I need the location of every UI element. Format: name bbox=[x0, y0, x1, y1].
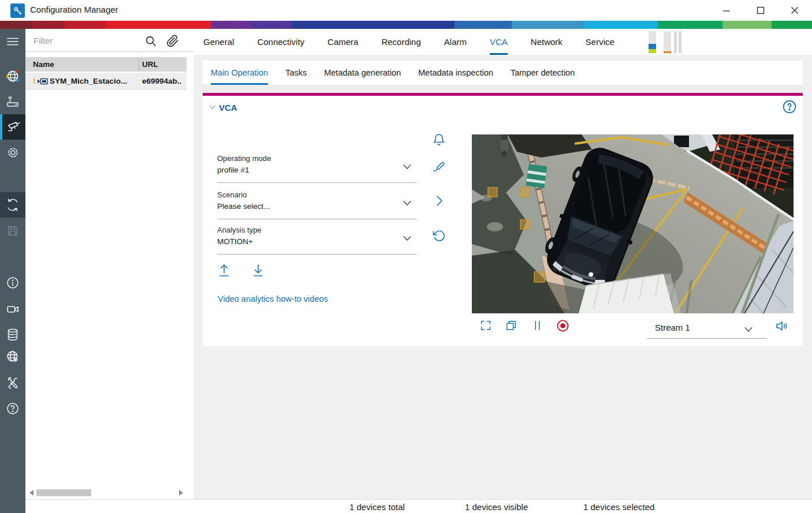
save-icon bbox=[0, 218, 25, 244]
info-icon[interactable] bbox=[0, 270, 25, 295]
load-meter-4 bbox=[679, 31, 681, 53]
app-tools-icon bbox=[10, 3, 25, 18]
window-title: Configuration Manager bbox=[30, 5, 118, 14]
column-name[interactable]: Name bbox=[33, 60, 54, 69]
gear-icon[interactable] bbox=[0, 140, 25, 165]
device-name: SYM_Mich_Estacio... bbox=[50, 77, 127, 85]
pencil-icon[interactable] bbox=[432, 159, 447, 174]
scrollbar-thumb[interactable] bbox=[36, 489, 91, 496]
subtab-metadata-generation[interactable]: Metadata generation bbox=[324, 61, 401, 85]
scroll-right-arrow[interactable] bbox=[179, 490, 183, 496]
vca-section-title: VCA bbox=[219, 103, 237, 113]
column-url[interactable]: URL bbox=[142, 60, 158, 69]
top-tab-bar: General Connectivity Camera Recording Al… bbox=[193, 29, 812, 55]
scenario-value: Please select... bbox=[217, 202, 270, 211]
analysis-type-label: Analysis type bbox=[217, 226, 262, 234]
volume-icon[interactable] bbox=[775, 319, 790, 334]
page-tabs: General Connectivity Camera Recording Al… bbox=[203, 29, 638, 55]
load-meter-1 bbox=[649, 31, 656, 53]
undo-icon[interactable] bbox=[432, 229, 447, 244]
record-icon[interactable] bbox=[556, 319, 570, 334]
status-devices-total: 1 devices total bbox=[349, 502, 405, 512]
search-icon[interactable] bbox=[143, 33, 158, 48]
operating-mode-dropdown[interactable]: Operating mode profile #1 bbox=[217, 153, 416, 183]
analysis-type-value: MOTION+ bbox=[217, 237, 253, 246]
load-meter-3 bbox=[674, 31, 677, 53]
bell-icon[interactable] bbox=[432, 133, 447, 148]
chevron-down-icon[interactable] bbox=[401, 233, 413, 246]
subtab-tasks[interactable]: Tasks bbox=[285, 61, 307, 85]
column-divider[interactable] bbox=[139, 57, 139, 72]
device-list-panel: Name URL ! SYM_Mich_Estacio... e69994ab.… bbox=[25, 29, 193, 499]
tools-icon[interactable] bbox=[0, 370, 25, 395]
scenario-dropdown[interactable]: Scenario Please select... bbox=[217, 189, 416, 219]
vca-panel: Main Operation Tasks Metadata generation… bbox=[203, 61, 803, 346]
operating-mode-label: Operating mode bbox=[217, 154, 271, 163]
tab-service[interactable]: Service bbox=[586, 29, 614, 55]
download-icon[interactable] bbox=[251, 263, 265, 278]
device-url: e69994ab.. bbox=[142, 77, 181, 85]
camera-live-view bbox=[472, 134, 794, 313]
analysis-type-dropdown[interactable]: Analysis type MOTION+ bbox=[217, 224, 416, 254]
subtab-tamper-detection[interactable]: Tamper detection bbox=[511, 61, 575, 85]
maximize-icon[interactable] bbox=[747, 0, 774, 21]
tab-connectivity[interactable]: Connectivity bbox=[257, 29, 304, 55]
duplicate-icon[interactable] bbox=[505, 319, 519, 334]
status-bar: 1 devices total 1 devices visible 1 devi… bbox=[25, 499, 812, 513]
stream-select[interactable]: Stream 1 bbox=[647, 319, 767, 339]
tab-network[interactable]: Network bbox=[531, 29, 563, 55]
subtab-divider bbox=[203, 85, 803, 93]
howto-videos-link[interactable]: Video analytics how-to videos bbox=[218, 294, 328, 304]
cctv-camera-icon[interactable] bbox=[0, 114, 25, 140]
scenario-label: Scenario bbox=[217, 190, 247, 199]
refresh-icon[interactable] bbox=[0, 192, 25, 218]
scroll-left-arrow[interactable] bbox=[29, 490, 33, 496]
chevron-down-icon[interactable] bbox=[401, 161, 413, 175]
filter-row bbox=[25, 29, 193, 52]
subtab-metadata-inspection[interactable]: Metadata inspection bbox=[418, 61, 493, 85]
chevron-right-icon[interactable] bbox=[432, 194, 447, 209]
status-devices-selected: 1 devices selected bbox=[583, 502, 654, 512]
tab-recording[interactable]: Recording bbox=[381, 29, 420, 55]
minimize-icon[interactable] bbox=[713, 0, 740, 21]
filter-input[interactable] bbox=[33, 33, 137, 47]
tab-camera[interactable]: Camera bbox=[327, 29, 358, 55]
operating-mode-value: profile #1 bbox=[217, 166, 249, 174]
stream-select-value: Stream 1 bbox=[655, 323, 690, 332]
chevron-down-icon[interactable] bbox=[208, 103, 217, 114]
load-meter-2 bbox=[664, 31, 671, 53]
main-content: General Connectivity Camera Recording Al… bbox=[193, 29, 812, 499]
chevron-down-icon[interactable] bbox=[743, 324, 754, 338]
vca-section-header[interactable]: VCA bbox=[203, 96, 803, 119]
vca-subtabs: Main Operation Tasks Metadata generation… bbox=[211, 61, 592, 85]
paperclip-icon[interactable] bbox=[165, 33, 180, 48]
chevron-down-icon[interactable] bbox=[401, 197, 413, 211]
question-circle-icon[interactable] bbox=[782, 99, 797, 117]
brand-color-stripe bbox=[0, 21, 812, 29]
warning-icon: ! bbox=[33, 77, 36, 85]
upload-icon[interactable] bbox=[217, 263, 231, 278]
device-table-header[interactable]: Name URL bbox=[25, 57, 187, 72]
pause-icon[interactable] bbox=[531, 319, 545, 334]
horizontal-scrollbar[interactable] bbox=[25, 488, 187, 498]
network-scan-icon[interactable] bbox=[0, 63, 25, 89]
tab-general[interactable]: General bbox=[203, 29, 234, 55]
tab-alarm[interactable]: Alarm bbox=[444, 29, 467, 55]
close-icon[interactable] bbox=[781, 0, 808, 21]
menu-icon[interactable] bbox=[0, 29, 25, 54]
device-row[interactable]: ! SYM_Mich_Estacio... e69994ab.. bbox=[25, 73, 187, 90]
status-devices-visible: 1 devices visible bbox=[465, 502, 528, 512]
router-icon[interactable] bbox=[0, 89, 25, 114]
configuration-manager-window: Configuration Manager bbox=[0, 0, 812, 513]
left-toolbar bbox=[0, 29, 25, 513]
title-bar: Configuration Manager bbox=[0, 0, 812, 21]
camcorder-icon[interactable] bbox=[0, 296, 25, 321]
fullscreen-icon[interactable] bbox=[479, 319, 493, 334]
help-icon[interactable] bbox=[0, 396, 25, 421]
subtab-main-operation[interactable]: Main Operation bbox=[211, 61, 268, 85]
device-camera-icon bbox=[38, 78, 48, 87]
web-globe-icon[interactable] bbox=[0, 344, 25, 369]
tab-vca[interactable]: VCA bbox=[490, 29, 508, 55]
